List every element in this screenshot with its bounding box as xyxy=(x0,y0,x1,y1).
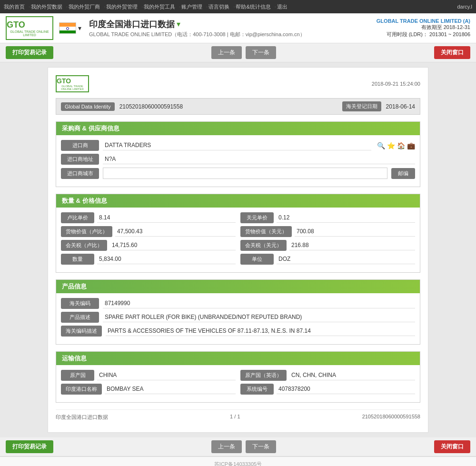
page-footer: 苏ICP备14033305号 Company Website | Global … xyxy=(0,456,476,466)
record-header: GTO GLOBAL TRADE ONLINE LIMITED 2018-09-… xyxy=(56,75,420,92)
system-code-field: 系统编号 4078378200 xyxy=(240,384,415,395)
home-icon[interactable]: 🏠 xyxy=(397,142,405,149)
unit-label: 单位 xyxy=(240,254,274,265)
importer-address-label: 进口商地址 xyxy=(61,154,99,165)
record-logo-box: GTO GLOBAL TRADE ONLINE LIMITED xyxy=(56,75,89,92)
main-content: GTO GLOBAL TRADE ONLINE LIMITED 2018-09-… xyxy=(48,67,428,433)
rupee-unit-value: 8.14 xyxy=(97,213,236,223)
nav-trade-data[interactable]: 我的外贸数据 xyxy=(31,3,62,10)
validity-info: 有效期至 2018-12-31 xyxy=(377,24,470,31)
origin-country-en-label: 原产国（英语） xyxy=(240,370,287,381)
nav-logout[interactable]: 退出 xyxy=(277,3,288,10)
system-code-label: 系统编号 xyxy=(240,384,274,395)
origin-country-en-field: 原产国（英语） CN, CHN, CHINA xyxy=(240,370,415,381)
customs-tax-usd-label: 会关税（关元） xyxy=(240,240,287,251)
nav-tools[interactable]: 我的外贸工具 xyxy=(144,3,175,10)
goods-value-usd-label: 货物价值（关元） xyxy=(240,226,292,237)
quantity-label: 数量 xyxy=(61,254,94,265)
ldr-info: 可用时段 (LDR)： 201301 ~ 201806 xyxy=(377,31,470,38)
quantity-unit-row: 数量 5,834.00 单位 DOZ xyxy=(61,254,415,265)
customs-date-label: 海关登记日期 xyxy=(342,101,381,111)
importer-value: DATTA TRADERS xyxy=(103,141,371,150)
next-button-top[interactable]: 下一条 xyxy=(246,46,276,59)
usd-unit-label: 关元单价 xyxy=(240,212,274,223)
page-title-dropdown[interactable]: ▾ xyxy=(177,20,180,29)
identity-bar: Global Data Identity 2105201806000059155… xyxy=(56,98,420,115)
buyer-supplier-section: 采购商 & 供应商信息 进口商 DATTA TRADERS 🔍 ⭐ 🏠 💼 进口… xyxy=(56,121,420,187)
importer-city-input[interactable] xyxy=(103,168,387,179)
record-logo: GTO GLOBAL TRADE ONLINE LIMITED xyxy=(56,75,89,92)
customs-code-label: 海关编码 xyxy=(61,298,99,309)
page-title-area: 印度全国港口进口数据 ▾ GLOBAL TRADE ONLINE LIMITED… xyxy=(89,19,305,38)
goods-value-row: 货物价值（卢比） 47,500.43 货物价值（关元） 700.08 xyxy=(61,226,415,237)
product-desc-row: 产品描述 SPARE PART ROLLER (FOR BIKE) (UNBRA… xyxy=(61,312,415,323)
company-info: GLOBAL TRADE ONLINE LIMITED（电话：400-710-3… xyxy=(89,31,305,38)
quantity-price-section: 数量 & 价格信息 卢比单价 8.14 关元单价 0.12 货物价值（卢比） 4… xyxy=(56,194,420,273)
nav-home[interactable]: 我的首页 xyxy=(4,3,25,10)
usd-unit-field: 关元单价 0.12 xyxy=(240,212,415,223)
nav-trade-management[interactable]: 我的外贸管理 xyxy=(106,3,138,10)
close-button-bottom[interactable]: 关闭窗口 xyxy=(434,440,470,453)
goods-value-rupee-value: 47,500.43 xyxy=(115,227,236,237)
importer-label: 进口商 xyxy=(61,140,99,151)
top-navigation: 我的首页 · 我的外贸数据 · 我的外贸厂商 · 我的外贸管理 · 我的外贸工具… xyxy=(0,0,476,13)
origin-country-en-value: CN, CHN, CHINA xyxy=(289,371,415,380)
port-system-row: 印度港口名称 BOMBAY SEA 系统编号 4078378200 xyxy=(61,384,415,395)
origin-row: 原产国 CHINA 原产国（英语） CN, CHN, CHINA xyxy=(61,370,415,381)
customs-tax-rupee-label: 会关税（卢比） xyxy=(61,240,107,251)
buyer-supplier-header: 采购商 & 供应商信息 xyxy=(56,122,420,135)
city-postal-row: 进口商城市 邮编 xyxy=(61,168,415,179)
next-button-bottom[interactable]: 下一条 xyxy=(246,440,276,453)
quantity-field: 数量 5,834.00 xyxy=(61,254,236,265)
record-timestamp: 2018-09-21 15:24:00 xyxy=(372,81,420,87)
customs-tax-usd-field: 会关税（关元） 216.88 xyxy=(240,240,415,251)
goods-value-rupee-label: 货物价值（卢比） xyxy=(61,226,112,237)
usd-unit-value: 0.12 xyxy=(277,213,415,223)
goods-value-usd-value: 700.08 xyxy=(295,227,415,237)
system-code-value: 4078378200 xyxy=(277,385,415,394)
nav-manufacturers[interactable]: 我的外贸厂商 xyxy=(69,3,100,10)
footer-page: 1 / 1 xyxy=(230,414,240,421)
print-button-bottom[interactable]: 打印贸易记录 xyxy=(6,440,53,453)
customs-code-desc-label: 海关编码描述 xyxy=(61,326,102,337)
prev-button-bottom[interactable]: 上一条 xyxy=(211,440,242,453)
toolbar-top: 打印贸易记录 上一条 下一条 关闭窗口 xyxy=(0,43,476,62)
india-port-value: BOMBAY SEA xyxy=(105,385,236,394)
star-icon[interactable]: ⭐ xyxy=(387,142,395,149)
page-header: GTO GLOBAL TRADE ONLINE LIMITED ▾ 印度全国港口… xyxy=(0,13,476,43)
goods-value-usd-field: 货物价值（关元） 700.08 xyxy=(240,226,415,237)
field-icons: 🔍 ⭐ 🏠 💼 xyxy=(377,142,415,149)
customs-tax-usd-value: 216.88 xyxy=(289,241,415,250)
importer-city-label: 进口商城市 xyxy=(61,168,99,179)
nav-language[interactable]: 语言切换 xyxy=(208,3,229,10)
company-name-header: GLOBAL TRADE ONLINE LIMITED (A) xyxy=(377,18,470,24)
importer-address-value: N?A xyxy=(103,155,415,164)
page-title: 印度全国港口进口数据 xyxy=(89,19,175,30)
transport-header: 运输信息 xyxy=(56,352,420,365)
nav-help[interactable]: 帮助&统计信息 xyxy=(236,3,270,10)
product-desc-value: SPARE PART ROLLER (FOR BIKE) (UNBRANDED/… xyxy=(103,313,415,322)
customs-code-desc-row: 海关编码描述 PARTS & ACCESSORIES OF THE VEHICL… xyxy=(61,326,415,337)
india-port-field: 印度港口名称 BOMBAY SEA xyxy=(61,384,236,395)
nav-account[interactable]: 账户管理 xyxy=(181,3,202,10)
postal-button[interactable]: 邮编 xyxy=(391,168,415,179)
quantity-value: 5,834.00 xyxy=(97,255,236,264)
origin-country-label: 原产国 xyxy=(61,370,94,381)
briefcase-icon[interactable]: 💼 xyxy=(407,142,415,149)
prev-button-top[interactable]: 上一条 xyxy=(211,46,242,59)
company-logo: GTO GLOBAL TRADE ONLINE LIMITED xyxy=(6,16,53,40)
footer-source: 印度全国港口进口数据 xyxy=(56,414,108,421)
origin-country-value: CHINA xyxy=(97,371,236,380)
importer-row: 进口商 DATTA TRADERS 🔍 ⭐ 🏠 💼 xyxy=(61,140,415,151)
importer-address-row: 进口商地址 N?A xyxy=(61,154,415,165)
user-info: darcy.l xyxy=(457,4,472,10)
close-button-top[interactable]: 关闭窗口 xyxy=(434,46,470,59)
customs-code-value: 87149990 xyxy=(103,299,415,308)
print-button-top[interactable]: 打印贸易记录 xyxy=(6,46,53,59)
toolbar-bottom: 打印贸易记录 上一条 下一条 关闭窗口 xyxy=(0,437,476,456)
unit-price-row: 卢比单价 8.14 关元单价 0.12 xyxy=(61,212,415,223)
search-icon[interactable]: 🔍 xyxy=(377,142,385,149)
product-section: 产品信息 海关编码 87149990 产品描述 SPARE PART ROLLE… xyxy=(56,279,420,345)
product-header: 产品信息 xyxy=(56,280,420,293)
customs-date-value: 2018-06-14 xyxy=(386,103,415,110)
